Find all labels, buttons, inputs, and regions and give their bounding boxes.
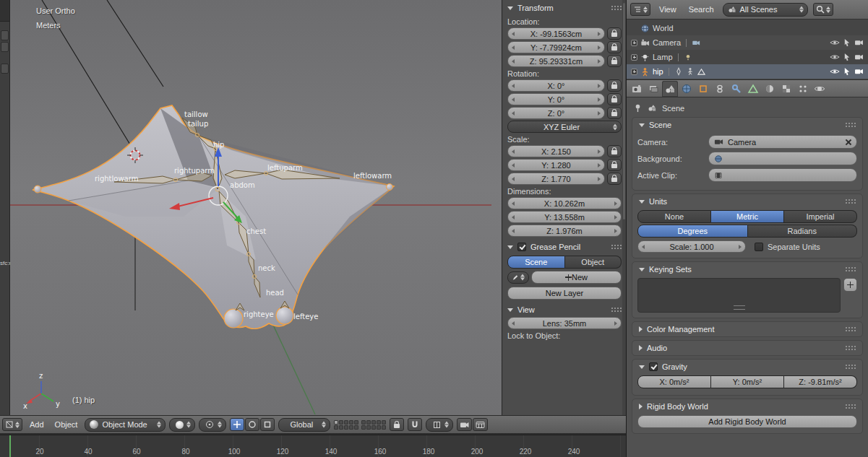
lock-button[interactable] [607, 145, 622, 157]
scale-x-field[interactable]: X: 2.150 [507, 145, 605, 157]
layer-cell[interactable] [371, 420, 376, 425]
units-imperial-toggle[interactable]: Imperial [784, 210, 857, 223]
pivot-dropdown[interactable] [199, 418, 226, 432]
tab-object[interactable] [695, 81, 711, 97]
manipulator-rotate-button[interactable] [245, 418, 259, 431]
outliner-row-lamp[interactable]: Lamp [627, 50, 868, 64]
outliner-row-world[interactable]: World [627, 21, 868, 35]
scale-y-field[interactable]: Y: 1.280 [507, 159, 605, 171]
collapse-triangle-icon[interactable] [639, 123, 645, 127]
lock-button[interactable] [607, 41, 622, 53]
transform-panel-header[interactable]: Transform [506, 1, 623, 15]
manipulator-translate-button[interactable] [230, 418, 244, 431]
rigid-body-world-header[interactable]: Rigid Body World [637, 399, 857, 414]
camera-id-field[interactable]: Camera [708, 135, 857, 149]
units-panel-header[interactable]: Units [637, 194, 857, 209]
editor-type-button[interactable] [630, 3, 650, 16]
lock-button[interactable] [607, 173, 622, 185]
scrollbar-thumb[interactable] [623, 3, 625, 219]
shading-dropdown[interactable] [169, 418, 195, 432]
snap-toggle-button[interactable] [408, 418, 422, 431]
lock-button[interactable] [607, 159, 622, 171]
wingtip-sphere-right[interactable] [387, 184, 393, 191]
gravity-header[interactable]: Gravity [637, 360, 857, 374]
gp-new-layer-button[interactable]: New Layer [507, 287, 622, 300]
lock-button[interactable] [607, 107, 622, 119]
outliner-item-label[interactable]: hip [653, 67, 663, 76]
tab-material[interactable] [762, 81, 778, 97]
tab-physics[interactable] [812, 81, 828, 97]
region-tab-button[interactable] [1, 64, 9, 74]
layer-cell[interactable] [377, 420, 381, 425]
expand-icon[interactable] [631, 69, 637, 75]
renderability-camera-icon[interactable] [854, 39, 864, 46]
renderability-camera-icon[interactable] [854, 68, 864, 75]
opengl-render-anim-button[interactable] [473, 418, 488, 431]
grease-pencil-checkbox[interactable] [517, 243, 526, 251]
editor-type-button[interactable] [2, 418, 22, 431]
collapse-triangle-icon[interactable] [507, 308, 513, 312]
lock-button[interactable] [607, 55, 622, 67]
rotation-z-field[interactable]: Z: 0° [507, 107, 605, 119]
collapse-triangle-icon[interactable] [639, 200, 645, 204]
layer-cell[interactable] [339, 425, 343, 430]
lock-button[interactable] [607, 79, 622, 92]
tab-world[interactable] [679, 81, 695, 97]
layer-cell[interactable] [349, 420, 353, 425]
tab-data[interactable] [745, 81, 761, 97]
dimensions-y-field[interactable]: Y: 13.558m [507, 211, 622, 223]
display-filter-dropdown[interactable]: All Scenes [723, 3, 808, 17]
pin-icon[interactable] [633, 103, 643, 113]
panel-grip-icon[interactable] [845, 266, 856, 272]
angle-degrees-toggle[interactable]: Degrees [637, 225, 748, 238]
timeline-strip[interactable]: 20 40 60 80 100 120 140 160 180 200 220 … [0, 435, 626, 457]
outliner-search-menu[interactable]: Search [685, 5, 718, 14]
outliner-row-camera[interactable]: Camera [627, 35, 868, 50]
layer-cell[interactable] [349, 425, 353, 430]
gravity-checkbox[interactable] [649, 362, 658, 371]
panel-grip-icon[interactable] [845, 122, 856, 128]
collapse-triangle-icon[interactable] [639, 404, 643, 409]
gravity-y-field[interactable]: Y: 0m/s² [711, 375, 784, 388]
tab-render-layers[interactable] [645, 81, 661, 97]
gp-object-toggle[interactable]: Object [565, 256, 622, 269]
panel-grip-icon[interactable] [845, 364, 856, 370]
visibility-eye-icon[interactable] [830, 68, 840, 75]
collapse-triangle-icon[interactable] [639, 345, 643, 351]
object-menu[interactable]: Object [51, 420, 82, 429]
layer-cell[interactable] [344, 425, 348, 430]
visibility-eye-icon[interactable] [830, 39, 840, 46]
outliner-item-label[interactable]: Camera [653, 38, 681, 47]
panel-grip-icon[interactable] [845, 345, 856, 351]
search-button[interactable] [813, 3, 833, 16]
layer-cell[interactable] [366, 425, 371, 430]
grease-pencil-header[interactable]: Grease Pencil [506, 240, 623, 254]
opengl-render-button[interactable] [457, 418, 472, 431]
region-tab-button[interactable] [1, 42, 9, 52]
tab-modifiers[interactable] [729, 81, 744, 97]
color-management-header[interactable]: Color Management [637, 322, 857, 336]
outliner-item-label[interactable]: World [653, 24, 674, 32]
viewport-scene[interactable]: taillow tailup hip rightuparm leftuparm … [10, 0, 502, 415]
layers-grid-left[interactable] [334, 420, 358, 430]
current-frame-marker[interactable] [9, 435, 11, 457]
add-keying-set-button[interactable] [843, 278, 857, 292]
separate-units-checkbox[interactable] [755, 243, 763, 251]
mode-dropdown[interactable]: Object Mode [85, 418, 166, 432]
orientation-dropdown[interactable]: Global [278, 418, 330, 432]
outliner-view-menu[interactable]: View [656, 5, 680, 14]
tab-constraints[interactable] [712, 81, 728, 97]
layer-cell[interactable] [344, 420, 348, 425]
keying-sets-header[interactable]: Keying Sets [637, 262, 857, 277]
gravity-x-field[interactable]: X: 0m/s² [637, 375, 711, 388]
layer-cell[interactable] [334, 425, 338, 430]
unit-scale-field[interactable]: Scale: 1.000 [637, 240, 746, 253]
active-clip-id-field[interactable] [708, 168, 857, 182]
panel-grip-icon[interactable] [611, 5, 622, 11]
rotation-mode-dropdown[interactable]: XYZ Euler [507, 121, 622, 133]
layer-cell[interactable] [382, 425, 386, 430]
renderability-camera-icon[interactable] [854, 53, 864, 61]
viewport-3d[interactable]: taillow tailup hip rightuparm leftuparm … [10, 0, 502, 415]
add-menu[interactable]: Add [26, 420, 48, 429]
snap-mode-dropdown[interactable] [426, 418, 453, 432]
